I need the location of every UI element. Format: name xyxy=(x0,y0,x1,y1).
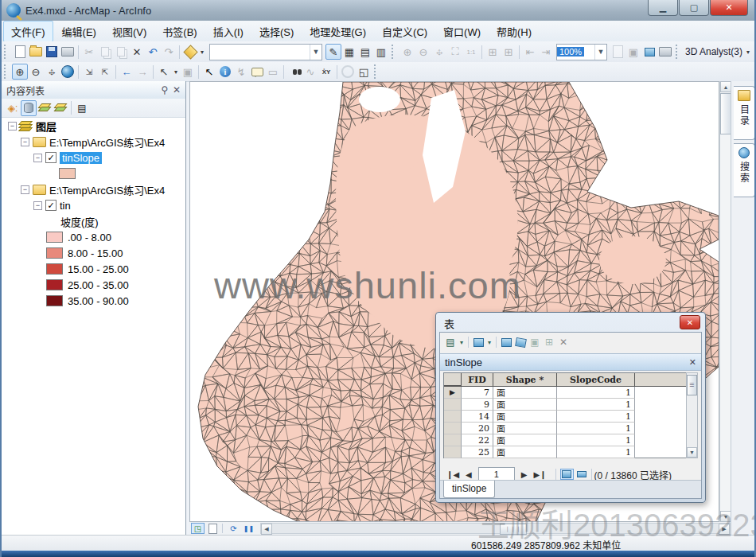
toc-layer-tinslope[interactable]: − ✓ tinSlope xyxy=(2,150,185,166)
tin-label[interactable]: tin xyxy=(60,200,71,212)
toolbar-grip[interactable] xyxy=(392,45,397,59)
toolbar-grip[interactable] xyxy=(4,64,10,79)
select-features-dropdown[interactable]: ▾ xyxy=(172,64,180,80)
toc-group1[interactable]: − E:\Temp\ArcGIS练习\Ex4 xyxy=(2,134,185,150)
menu-selection[interactable]: 选择(S) xyxy=(252,21,301,41)
delete-selected-icon[interactable]: ✕ xyxy=(556,335,571,349)
fixed-zoom-out-icon[interactable]: ⇱ xyxy=(97,64,113,80)
refresh-view-icon[interactable]: ⟳ xyxy=(227,523,240,534)
horizontal-scroll-thumb[interactable]: ❘❘❘ xyxy=(500,524,527,535)
clear-selection-icon[interactable]: ▣ xyxy=(180,64,196,80)
list-by-drawing-order-icon[interactable]: ◈: xyxy=(5,100,21,116)
collapse-icon[interactable]: − xyxy=(33,154,42,162)
pan-icon[interactable] xyxy=(44,64,60,80)
collapse-icon[interactable]: − xyxy=(21,185,29,194)
page-setup-icon[interactable] xyxy=(657,44,673,60)
toolbar-grip[interactable] xyxy=(374,64,380,79)
add-data-icon[interactable] xyxy=(182,44,198,60)
vertical-scroll-thumb[interactable] xyxy=(720,93,731,134)
select-elements-icon[interactable]: ↖ xyxy=(201,64,217,80)
toc-layer-tin[interactable]: − ✓ tin xyxy=(2,197,185,213)
attribute-grid[interactable]: FID Shape * SlopeCode ▶ 7 面 1 9 面 1 xyxy=(443,372,692,458)
related-tables-dropdown[interactable]: ▾ xyxy=(485,335,493,349)
search-tab-label[interactable]: 搜索 xyxy=(738,162,751,184)
analyst-toolbar-label[interactable]: 3D Analyst(3) xyxy=(685,46,742,57)
cut-icon[interactable]: ✂ xyxy=(81,44,97,60)
menu-view[interactable]: 视图(V) xyxy=(105,21,154,41)
table-row[interactable]: 22 面 1 xyxy=(444,434,691,446)
collapse-icon[interactable]: − xyxy=(33,201,42,210)
table-scrollbar[interactable]: ☰ ▼ xyxy=(686,372,698,458)
delete-icon[interactable]: ✕ xyxy=(129,44,145,60)
focus-dataframe-icon[interactable]: ▣ xyxy=(625,44,641,60)
map-scale-combo[interactable]: ▼ xyxy=(209,44,322,60)
col-fid[interactable]: FID xyxy=(462,373,493,386)
show-all-records-icon[interactable] xyxy=(560,469,574,480)
related-tables-icon[interactable] xyxy=(471,335,485,349)
scroll-up-arrow[interactable]: ▲ xyxy=(720,81,731,92)
toggle-draft-mode-icon[interactable] xyxy=(610,44,625,60)
show-selected-records-icon[interactable] xyxy=(575,469,589,480)
close-button[interactable]: ✕ xyxy=(710,0,748,16)
menu-insert[interactable]: 插入(I) xyxy=(206,21,251,41)
fixed-zoom-out-page-icon[interactable]: ⊞ xyxy=(501,44,516,60)
viewer-window-icon[interactable]: ◱ xyxy=(356,64,372,80)
select-by-attributes-icon[interactable] xyxy=(499,335,513,349)
data-view-button[interactable]: ◳ xyxy=(191,523,205,534)
list-by-source-icon[interactable] xyxy=(21,100,37,116)
fixed-zoom-in-icon[interactable]: ⇲ xyxy=(81,64,97,80)
redo-icon[interactable]: ↷ xyxy=(161,44,177,60)
zoom-100-icon[interactable]: 1:1 xyxy=(463,44,479,60)
minimize-button[interactable]: ▁ xyxy=(648,0,678,16)
group2-label[interactable]: E:\Temp\ArcGIS练习\Ex4 xyxy=(49,182,165,197)
collapse-icon[interactable]: − xyxy=(8,122,17,130)
menu-file[interactable]: 文件(F) xyxy=(3,21,53,42)
current-record-marker[interactable]: ▶ xyxy=(444,387,462,399)
attribute-table-window[interactable]: 表 ✕ ▤ ▾ ▾ ▣ ⊞ ✕ tinSlope ✕ xyxy=(435,312,706,503)
table-options-dropdown[interactable]: ▾ xyxy=(458,335,466,349)
menu-geoprocessing[interactable]: 地理处理(G) xyxy=(302,21,373,41)
pan-page-icon[interactable] xyxy=(431,44,447,60)
table-row[interactable]: 25 面 1 xyxy=(444,446,691,458)
tinslope-symbol-row[interactable] xyxy=(2,166,185,181)
full-extent-icon[interactable] xyxy=(60,64,76,80)
scroll-right-arrow[interactable]: ▶ xyxy=(719,524,730,535)
layout-view-button[interactable] xyxy=(206,523,220,534)
catalog-tab-label[interactable]: 目录 xyxy=(738,104,751,127)
list-by-visibility-icon[interactable] xyxy=(37,100,53,116)
back-extent-icon[interactable]: ← xyxy=(119,64,134,80)
previous-extent-page-icon[interactable]: ⇤ xyxy=(522,44,538,60)
data-driven-pages-icon[interactable] xyxy=(641,44,657,60)
paste-icon[interactable] xyxy=(113,44,129,60)
toc-group2[interactable]: − E:\Temp\ArcGIS练习\Ex4 xyxy=(2,181,185,197)
zoom-to-selected-icon[interactable]: ⊞ xyxy=(542,335,556,349)
previous-record-button[interactable]: ◀ xyxy=(466,470,472,479)
first-record-button[interactable]: ❙◀ xyxy=(446,470,459,479)
toolbar-grip[interactable] xyxy=(676,45,681,59)
zoom-in-icon[interactable]: ⊕ xyxy=(12,64,28,80)
find-route-icon[interactable]: ∿ xyxy=(302,64,318,80)
table-row[interactable]: 9 面 1 xyxy=(444,399,691,411)
table-row[interactable]: ▶ 7 面 1 xyxy=(444,387,691,399)
catalog-tab[interactable]: 目录 xyxy=(734,86,755,140)
forward-extent-icon[interactable]: → xyxy=(134,64,150,80)
search-tab[interactable]: 搜索 xyxy=(734,143,755,197)
layers-root-label[interactable]: 图层 xyxy=(36,119,57,134)
find-icon[interactable] xyxy=(286,64,302,80)
zoom-out-page-icon[interactable]: ⊖ xyxy=(415,44,431,60)
add-data-dropdown[interactable]: ▾ xyxy=(198,44,206,60)
tinslope-symbol-swatch[interactable] xyxy=(59,168,76,179)
tinslope-label-selected[interactable]: tinSlope xyxy=(60,152,102,164)
list-by-selection-icon[interactable] xyxy=(53,100,68,116)
zoom-out-icon[interactable]: ⊖ xyxy=(28,64,44,80)
measure-icon[interactable]: ▭ xyxy=(265,64,281,80)
table-bottom-tab[interactable]: tinSlope xyxy=(443,481,495,498)
toc-root-node[interactable]: − 图层 xyxy=(2,118,185,134)
col-slopecode[interactable]: SlopeCode xyxy=(557,373,635,386)
col-shape[interactable]: Shape * xyxy=(493,373,557,386)
map-vertical-scrollbar[interactable]: ▲ ▼ xyxy=(719,81,731,522)
scroll-left-arrow[interactable]: ◀ xyxy=(261,524,272,535)
copy-icon[interactable] xyxy=(97,44,113,60)
last-record-button[interactable]: ▶❙ xyxy=(533,470,546,479)
fixed-zoom-in-page-icon[interactable]: ⊞ xyxy=(485,44,501,60)
